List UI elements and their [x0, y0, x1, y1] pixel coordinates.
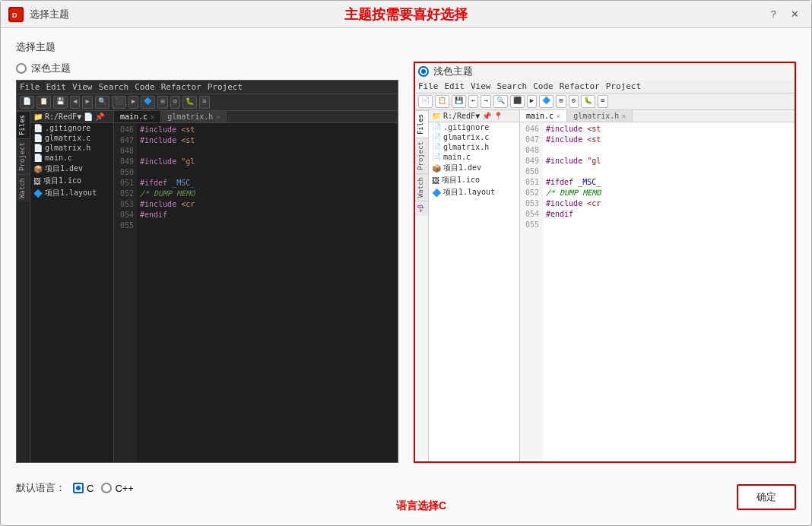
dark-toolbar-btn[interactable]: ⊞	[157, 96, 167, 109]
light-tabs-bar: main.c ✕ glmatrix.h ✕	[520, 110, 795, 122]
list-item: 📄main.c	[30, 153, 113, 163]
dark-toolbar-btn[interactable]: ⬛	[112, 96, 126, 109]
list-item: 🔷项目1.layout	[429, 186, 519, 198]
light-watch-tab[interactable]: Watch	[415, 173, 428, 201]
light-toolbar-btn[interactable]: ←	[468, 95, 478, 108]
light-code-area: 046047048049050051052053054055 #include …	[520, 122, 795, 461]
light-toolbar-btn[interactable]: 📋	[435, 95, 449, 108]
dark-theme-preview: File Edit View Search Code Refactor Proj…	[16, 80, 398, 463]
light-beta-tab[interactable]: +β	[415, 201, 428, 216]
light-theme-radio[interactable]	[418, 66, 429, 77]
list-item: 🖼项目1.ico	[30, 175, 113, 187]
list-item: 📄.gitignore	[30, 123, 113, 133]
dark-toolbar-btn[interactable]: ▶	[128, 96, 138, 109]
dark-watch-tab[interactable]: Watch	[17, 174, 30, 201]
light-toolbar-btn[interactable]: 📄	[418, 95, 433, 108]
dark-files-tab[interactable]: Files	[17, 111, 30, 138]
list-item: 🖼项目1.ico	[429, 174, 519, 186]
light-toolbar-btn[interactable]: ⚙	[569, 95, 579, 108]
dialog: D 选择主题 主题按需要喜好选择 ? ✕ 选择主题 深色主题 File	[0, 0, 812, 526]
dark-toolbar-btn[interactable]: 💾	[53, 96, 68, 109]
light-theme-label: 浅色主题	[433, 65, 473, 78]
list-item: 📦项目1.dev	[30, 163, 113, 175]
light-toolbar-btn[interactable]: ⬛	[510, 95, 525, 108]
light-editor-area: main.c ✕ glmatrix.h ✕ 046047048049050051…	[520, 110, 795, 461]
dark-theme-label: 深色主题	[31, 62, 71, 75]
dark-tab-main[interactable]: main.c ✕	[114, 111, 161, 122]
light-theme-option: 浅色主题 File Edit View Search Code Refactor…	[414, 62, 796, 463]
dark-theme-radio[interactable]	[16, 63, 27, 74]
lang-c-label: C	[87, 483, 94, 494]
light-files-tab[interactable]: Files	[415, 110, 428, 138]
dark-code-content: #include <st #include <st #include "gl #…	[137, 123, 398, 462]
window-title: 选择主题	[30, 8, 69, 21]
light-toolbar-btn[interactable]: 🔷	[539, 95, 553, 108]
list-item: 📄.gitignore	[429, 122, 519, 132]
light-theme-radio-row[interactable]: 浅色主题	[415, 63, 795, 80]
light-file-header: 📁 R:/RedF▼ 📌 📍	[429, 110, 519, 122]
light-line-numbers: 046047048049050051052053054055	[520, 122, 543, 461]
light-project-tab[interactable]: Project	[415, 138, 428, 173]
title-bar-controls: ? ✕	[764, 5, 804, 24]
dark-toolbar-btn[interactable]: 📄	[20, 96, 34, 109]
svg-text:D: D	[12, 11, 17, 19]
dark-file-panel: 📁 R:/RedF▼ 📄 📌 📄.gitignore 📄glmatrix.c 📄…	[30, 111, 114, 462]
lang-label: 默认语言：	[16, 481, 65, 495]
language-row: 默认语言： C C++	[16, 481, 796, 495]
dark-toolbar-btn[interactable]: 🔍	[95, 96, 109, 109]
themes-row: 深色主题 File Edit View Search Code Refactor…	[16, 62, 796, 463]
dark-theme-radio-label[interactable]: 深色主题	[16, 62, 398, 75]
light-sidebar-tabs: Files Project Watch +β	[415, 110, 429, 461]
dark-toolbar-btn[interactable]: ⚙	[170, 96, 180, 109]
dark-code-area: 046047048049050051052053054055 #include …	[114, 123, 398, 462]
title-bar: D 选择主题 主题按需要喜好选择 ? ✕	[1, 1, 811, 28]
list-item: 📄glmatrix.c	[429, 132, 519, 142]
help-button[interactable]: ?	[764, 5, 782, 24]
light-code-content: #include <st #include <st #include "gl #…	[543, 122, 795, 461]
lang-c-option[interactable]: C	[73, 483, 94, 494]
dark-editor-area: main.c ✕ glmatrix.h ✕ 046047048049050051…	[114, 111, 398, 462]
light-toolbar-btn[interactable]: 🔍	[493, 95, 508, 108]
lang-hint: 语言选择C	[16, 499, 796, 513]
lang-c-radio[interactable]	[73, 483, 84, 493]
close-button[interactable]: ✕	[785, 5, 804, 24]
light-toolbar-btn[interactable]: ▶	[527, 95, 537, 108]
light-toolbar-btn[interactable]: ⊞	[556, 95, 566, 108]
light-theme-preview: File Edit View Search Code Refactor Proj…	[415, 80, 795, 461]
light-file-panel: 📁 R:/RedF▼ 📌 📍 📄.gitignore 📄glmatrix.c 📄…	[429, 110, 520, 461]
list-item: 📄main.c	[429, 152, 519, 162]
dark-sidebar-tabs: Files Project Watch	[17, 111, 30, 462]
dark-menubar: File Edit View Search Code Refactor Proj…	[17, 81, 398, 94]
list-item: 🔷项目1.layout	[30, 187, 113, 199]
confirm-button[interactable]: 确定	[737, 484, 796, 510]
light-tab-glmatrix[interactable]: glmatrix.h ✕	[567, 110, 633, 122]
dark-toolbar-btn[interactable]: ◀	[70, 96, 80, 109]
dark-toolbar-btn[interactable]: ▶	[82, 96, 92, 109]
dialog-footer: 默认语言： C C++ 语言选择C	[1, 475, 811, 525]
list-item: 📄glmatrix.h	[429, 142, 519, 152]
dark-file-header: 📁 R:/RedF▼ 📄 📌	[30, 111, 113, 123]
light-toolbar-btn[interactable]: ≡	[598, 95, 607, 108]
dialog-body: 选择主题 深色主题 File Edit View Search Code Ref…	[1, 28, 811, 475]
dark-project-tab[interactable]: Project	[17, 138, 30, 174]
dark-tabs-bar: main.c ✕ glmatrix.h ✕	[114, 111, 398, 123]
dark-toolbar-btn[interactable]: 🔷	[141, 96, 155, 109]
light-main: Files Project Watch +β 📁 R:/RedF▼ 📌	[415, 110, 795, 461]
list-item: 📄glmatrix.h	[30, 143, 113, 153]
light-toolbar-btn[interactable]: 💾	[452, 95, 466, 108]
light-theme-wrapper: 浅色主题 File Edit View Search Code Refactor…	[414, 62, 796, 463]
light-toolbar: 📄 📋 💾 ← → 🔍 ⬛ ▶ 🔷 ⊞ ⚙ 🐛 ≡	[415, 93, 795, 110]
dark-toolbar-btn[interactable]: 🐛	[182, 96, 197, 109]
dark-tab-glmatrix[interactable]: glmatrix.h ✕	[161, 111, 227, 122]
app-icon: D	[8, 7, 24, 22]
section-label: 选择主题	[16, 40, 796, 54]
dark-toolbar-btn[interactable]: 📋	[36, 96, 51, 109]
light-toolbar-btn[interactable]: →	[481, 95, 490, 108]
dark-theme-option: 深色主题 File Edit View Search Code Refactor…	[16, 62, 398, 463]
light-toolbar-btn[interactable]: 🐛	[581, 95, 595, 108]
list-item: 📦项目1.dev	[429, 162, 519, 174]
lang-cpp-radio[interactable]	[101, 483, 112, 493]
dark-toolbar-btn[interactable]: ≡	[199, 96, 209, 109]
lang-cpp-option[interactable]: C++	[101, 483, 134, 494]
light-tab-main[interactable]: main.c ✕	[520, 110, 567, 122]
